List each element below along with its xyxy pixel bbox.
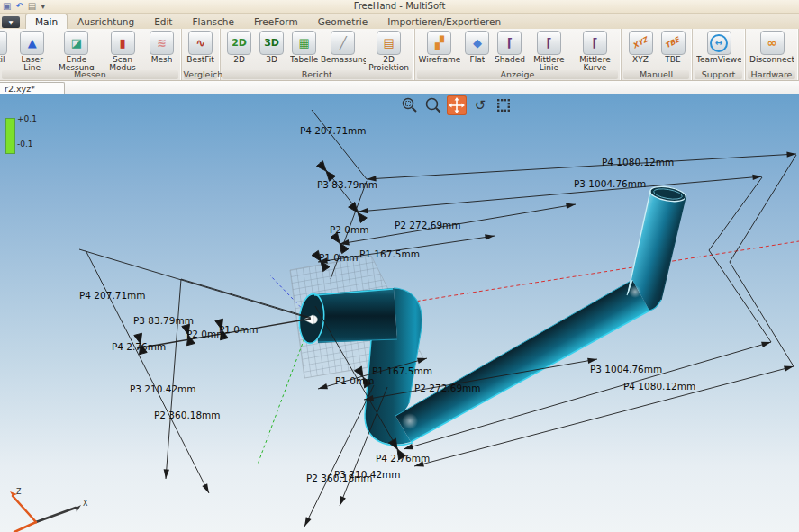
report-3d-icon: 3D (259, 31, 284, 55)
fit-view-icon (495, 97, 512, 113)
magnifier-icon (424, 96, 442, 114)
print-button[interactable]: ▤ (28, 2, 36, 11)
tab-geometrie[interactable]: Geometrie (308, 14, 378, 29)
ribbon-button-xyz[interactable]: XYZXYZ (625, 31, 656, 73)
dimension-label: P2 360.18mm (154, 410, 221, 420)
ribbon-group-support: ↔TeamViewerSupport (693, 29, 746, 80)
dimension-label: P2 0mm (186, 329, 226, 339)
ribbon-button-teamviewer[interactable]: ↔TeamViewer (696, 31, 741, 73)
app-menu-button[interactable]: ▼ (2, 16, 20, 28)
title-bar: ▣↶▤▾ FreeHand - MultiSoft (0, 0, 799, 14)
report-2d-icon: 2D (227, 31, 251, 55)
ribbon-button-laser-line[interactable]: ▲Laser Line (12, 31, 52, 73)
laser-line-icon: ▲ (20, 31, 44, 55)
ribbon-button-ende-messung[interactable]: ◪Ende Messung (54, 31, 98, 73)
axis-z-label: Z (16, 488, 22, 496)
zoom-window-icon (401, 96, 419, 114)
rotate-view-button[interactable]: ↺ (470, 95, 490, 115)
dimension-label: P4 1080.12mm (602, 157, 674, 167)
scale-max-label: +0.1 (17, 114, 37, 123)
dimension-label: P3 83.79mm (133, 315, 194, 326)
document-tab-strip: r2.xyz* (0, 81, 799, 95)
ribbon-group-anzeige: ▞Wireframe◆Flat⌈Shaded⌈Mittlere Linie⌈Mi… (415, 29, 622, 80)
center-line-icon: ⌈ (537, 31, 561, 55)
flat-shading-icon: ◆ (465, 31, 489, 55)
ribbon-groups: ∫Taktil▲Laser Line◪Ende Messung▮Scan Mod… (0, 29, 799, 81)
fit-view-button[interactable] (494, 95, 513, 115)
tab-flansche[interactable]: Flansche (182, 14, 243, 29)
dimension-label: P4 1080.12mm (623, 381, 695, 392)
ribbon-button-bemassung[interactable]: ╱Bemassung (322, 31, 366, 73)
tab-importieren-exportieren[interactable]: Importieren/Exportieren (377, 14, 511, 29)
shaded-pipe-icon: ⌈ (497, 31, 522, 55)
dimension-label: P2 0mm (330, 224, 369, 235)
teamviewer-icon: ↔ (707, 31, 731, 55)
bestfit-curve-icon: ∿ (188, 31, 213, 55)
group-caption: Anzeige (417, 70, 618, 79)
rotate-icon: ↺ (475, 97, 486, 113)
ribbon-group-vergleich: ∿BestFitVergleich (182, 29, 221, 80)
axis-x-label: X (83, 500, 88, 508)
ribbon-button-shaded[interactable]: ⌈Shaded (495, 31, 525, 73)
table-icon: ▦ (292, 31, 316, 55)
pan-arrows-icon (449, 97, 465, 113)
dimension-label: P3 83.79mm (317, 179, 377, 190)
quick-access-toolbar: ▣↶▤▾ (3, 0, 45, 13)
ribbon-button-taktil[interactable]: ∫Taktil (0, 31, 10, 73)
dimension-label: P4 2.76mm (376, 453, 430, 464)
viewport-toolbar: ↺ (400, 95, 513, 115)
undo-button[interactable]: ↶ (15, 2, 23, 11)
group-caption: Support (695, 70, 742, 79)
dimension-label: P1 0mm (319, 252, 359, 263)
ribbon-button-3d[interactable]: 3D3D (257, 31, 287, 73)
qat-more-button[interactable]: ▾ (41, 2, 45, 11)
dimension-label: P2 360.18mm (306, 473, 373, 483)
ribbon-button-2d[interactable]: 2D2D (224, 31, 255, 73)
axis-triad: Z X (10, 488, 88, 532)
ribbon-button-scan-modus[interactable]: ▮Scan Modus (100, 31, 144, 73)
ribbon-button-mittlere-linie[interactable]: ⌈Mittlere Linie (527, 31, 571, 73)
ribbon-group-hardware: ∞DisconnectHardware (746, 29, 799, 80)
ribbon-group-manuell: XYZXYZTBETBEManuell (622, 29, 693, 80)
zoom-button[interactable] (423, 95, 443, 115)
ribbon-group-bericht: 2D2D3D3D▦Tabelle╱Bemassung▤2D Projektion… (221, 29, 415, 80)
group-caption: Vergleich (184, 70, 217, 79)
ribbon-button-tbe[interactable]: TBETBE (658, 31, 688, 73)
ribbon-button-mesh[interactable]: ≋Mesh (147, 31, 177, 73)
tab-main[interactable]: Main (25, 14, 68, 29)
group-caption: Manuell (623, 70, 689, 79)
ribbon-button-mittlere-kurve[interactable]: ⌈Mittlere Kurve (573, 31, 617, 73)
tab-ausrichtung[interactable]: Ausrichtung (68, 14, 144, 29)
viewport-3d[interactable]: Z X +0.1 -0.1 (0, 94, 799, 532)
zoom-window-button[interactable] (400, 95, 420, 115)
wireframe-icon: ▞ (427, 31, 451, 55)
ribbon-button-flat[interactable]: ◆Flat (462, 31, 493, 73)
ribbon-button-disconnect[interactable]: ∞Disconnect (749, 31, 794, 73)
dimension-label: P2 272.69mm (414, 383, 481, 393)
ribbon-button-2d-projektion[interactable]: ▤2D Projektion (367, 31, 411, 73)
dimension-label: P3 1004.76mm (574, 178, 646, 189)
mesh-surface-icon: ≋ (150, 31, 174, 55)
group-caption: Hardware (748, 70, 795, 79)
projection-2d-icon: ▤ (377, 31, 401, 55)
pan-button[interactable] (447, 95, 467, 115)
dimension-label: P4 2.76mm (112, 341, 166, 352)
tab-freeform[interactable]: FreeForm (244, 14, 308, 29)
dimension-note-icon: ╱ (331, 31, 355, 55)
dimension-label: P1 167.5mm (359, 248, 420, 259)
window-title: FreeHand - MultiSoft (0, 1, 799, 11)
ribbon-tabs: MainAusrichtungEditFlanscheFreeFormGeome… (25, 14, 511, 29)
disconnect-chain-icon: ∞ (760, 31, 785, 55)
center-curve-icon: ⌈ (583, 31, 607, 55)
dimension-label: P3 1004.76mm (590, 364, 662, 374)
ribbon-button-wireframe[interactable]: ▞Wireframe (419, 31, 460, 73)
tab-edit[interactable]: Edit (144, 14, 182, 29)
group-caption: Bericht (222, 70, 412, 79)
dimension-label: P3 210.42mm (130, 383, 196, 394)
save-button[interactable]: ▣ (3, 2, 11, 11)
ribbon-button-tabelle[interactable]: ▦Tabelle (289, 31, 320, 73)
dimension-label: P4 207.71mm (300, 125, 367, 136)
ribbon-button-bestfit[interactable]: ∿BestFit (186, 31, 216, 73)
scale-min-label: -0.1 (17, 140, 33, 149)
ribbon-tab-row: ▼ MainAusrichtungEditFlanscheFreeFormGeo… (0, 14, 799, 29)
